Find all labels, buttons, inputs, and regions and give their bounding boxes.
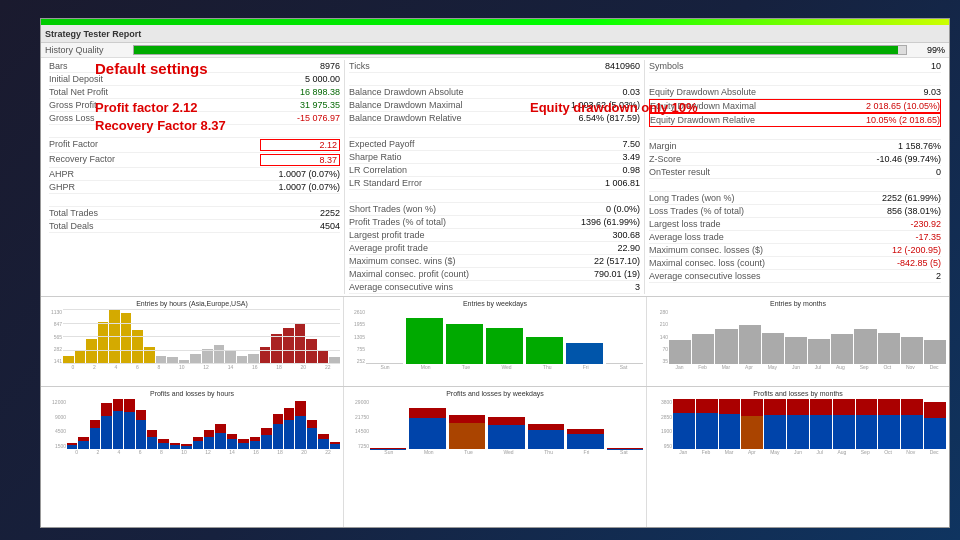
bar — [306, 339, 317, 364]
quality-label: History Quality — [45, 45, 125, 55]
profit-bar — [261, 435, 271, 450]
bar-stack — [238, 399, 248, 449]
profit-bar — [101, 416, 111, 450]
stat-row: OnTester result 0 — [649, 166, 941, 179]
stat-row: Average profit trade 22.90 — [349, 242, 640, 255]
bar — [271, 334, 282, 364]
bar-stack — [878, 399, 900, 449]
bars-months: 280 210 140 70 35 — [650, 309, 946, 364]
profit-bar — [833, 415, 855, 449]
x-labels-pnl-weekdays: SunMonTueWedThuFriSat — [369, 449, 643, 455]
bar-stack — [101, 399, 111, 449]
stat-row: Largest profit trade 300.68 — [349, 229, 640, 242]
loss-bar — [810, 399, 832, 415]
chart-entries-weekdays: Entries by weekdays 2610 1955 1305 755 2… — [344, 297, 647, 386]
stat-row: Bars 8976 — [49, 60, 340, 73]
bar — [901, 337, 923, 365]
bar — [739, 325, 761, 364]
bar-stack — [488, 399, 524, 449]
stat-row: AHPR 1.0007 (0.07%) — [49, 168, 340, 181]
profit-bar — [227, 439, 237, 450]
profit-bar — [741, 416, 763, 449]
chart-entries-months: Entries by months 280 210 140 70 35 — [647, 297, 949, 386]
bar-stack — [158, 399, 168, 449]
bar — [924, 340, 946, 364]
chart-title-months: Entries by months — [650, 300, 946, 307]
stat-row: Gross Loss -15 076.97 — [49, 112, 340, 125]
toolbar: Strategy Tester Report — [41, 25, 949, 43]
profit-bar — [284, 420, 294, 449]
bar-stack — [567, 399, 603, 449]
bar — [878, 333, 900, 364]
loss-bar — [856, 399, 878, 415]
bar-stack — [284, 399, 294, 449]
profit-bar — [901, 415, 923, 449]
stat-row: Symbols 10 — [649, 60, 941, 73]
chart-pnl-months-title: Profits and losses by months — [650, 390, 946, 397]
stat-row — [649, 127, 941, 140]
bar-stack — [147, 399, 157, 449]
y-pnl-hours: 12000 9000 4500 1500 — [44, 399, 66, 449]
stat-row: Average consecutive losses 2 — [649, 270, 941, 283]
pnl-bars-hours: 12000 9000 4500 1500 — [44, 399, 340, 449]
bar — [260, 347, 271, 364]
loss-bar — [113, 399, 123, 411]
bar — [121, 313, 132, 364]
stat-row: Loss Trades (% of total) 856 (38.01%) — [649, 205, 941, 218]
bar-stack — [764, 399, 786, 449]
bar — [318, 351, 329, 364]
bar — [63, 356, 74, 364]
content: History Quality 99% Bars 8976 — [41, 43, 949, 527]
chart-pnl-hours: Profits and losses by hours 12000 9000 4… — [41, 387, 344, 527]
equity-maximal-row: Equity Drawdown Maximal 2 018.65 (10.05%… — [649, 99, 941, 113]
bar-stack — [78, 399, 88, 449]
bar-stack — [261, 399, 271, 449]
stat-row: Total Trades 2252 — [49, 207, 340, 220]
stat-row — [349, 190, 640, 203]
bar-stack — [215, 399, 225, 449]
charts-row-2: Profits and losses by hours 12000 9000 4… — [41, 387, 949, 527]
profit-bar — [764, 415, 786, 449]
bar-stack — [741, 399, 763, 449]
loss-bar — [101, 403, 111, 416]
bar — [762, 333, 784, 364]
stat-row — [49, 194, 340, 207]
quality-value: 99% — [915, 45, 945, 55]
bars-hours: 1130 847 565 282 141 — [44, 309, 340, 364]
bar — [566, 343, 603, 364]
x-labels-hours: 0246810121416182022 — [62, 364, 340, 370]
bar-stack — [787, 399, 809, 449]
stat-row: Ticks 8410960 — [349, 60, 640, 73]
bar — [446, 324, 483, 364]
loss-bar — [787, 399, 809, 415]
pnl-bar-area-months — [673, 399, 946, 449]
profit-bar — [78, 441, 88, 450]
profit-bar — [409, 418, 445, 449]
stat-row: Z-Score -10.46 (99.74%) — [649, 153, 941, 166]
bar-stack — [295, 399, 305, 449]
bar-stack — [250, 399, 260, 449]
bar-stack — [204, 399, 214, 449]
stat-row: Balance Drawdown Relative 6.54% (817.59) — [349, 112, 640, 125]
profit-bar — [307, 428, 317, 449]
chart-pnl-weekdays: Profits and losses by weekdays 29000 217… — [344, 387, 647, 527]
stat-row: Initial Deposit 5 000.00 — [49, 73, 340, 86]
profit-bar — [250, 441, 260, 450]
pnl-bars-weekdays: 29000 21750 14500 7250 — [347, 399, 643, 449]
stat-row: Total Deals 4504 — [49, 220, 340, 233]
bar-stack — [856, 399, 878, 449]
loss-bar — [673, 399, 695, 413]
profit-bar — [295, 416, 305, 450]
bar-stack — [901, 399, 923, 449]
profit-bar — [204, 437, 214, 450]
bar — [715, 329, 737, 364]
chart-pnl-months: Profits and losses by months 3800 2850 1… — [647, 387, 949, 527]
bar-stack — [67, 399, 77, 449]
loss-bar — [696, 399, 718, 413]
stats-col-3: Symbols 10 Equity Drawdown Absolute 9.03 — [645, 60, 945, 294]
bar — [406, 318, 443, 364]
stat-row: Largest loss trade -230.92 — [649, 218, 941, 231]
loss-bar — [295, 401, 305, 416]
profit-bar — [90, 428, 100, 449]
bar — [98, 322, 109, 364]
